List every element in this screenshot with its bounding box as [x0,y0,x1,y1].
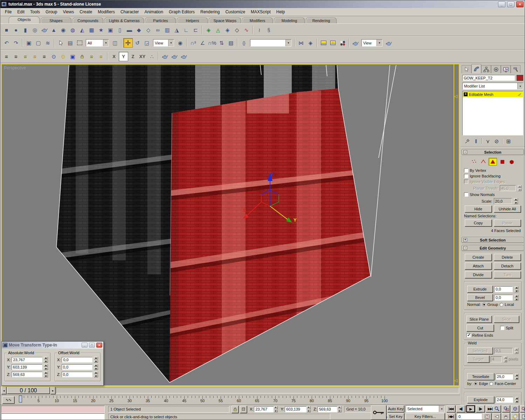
key-filters-button[interactable]: Key Filters... [406,413,445,420]
show-end-result-button[interactable]: ‖ [472,137,480,145]
pan-button[interactable] [502,413,510,420]
maxscript-mini-listener-pink[interactable] [1,406,105,413]
offset-z-field[interactable]: 0,0 [62,372,92,377]
remove-modifier-button[interactable]: ⊘ [492,137,501,145]
coord-y-field[interactable]: 603,139 [285,406,306,412]
scale-field[interactable]: 20,0 [494,198,512,204]
chamfer-cylinder-button[interactable]: ▥ [163,25,172,35]
scale-spinner[interactable] [514,198,518,204]
render-scene-button[interactable] [351,38,360,48]
select-and-move-button[interactable] [123,38,133,48]
menu-graph-editors[interactable]: Graph Editors [166,8,198,15]
prism-button[interactable]: ◮ [172,25,181,35]
zoom-extents-button[interactable] [511,405,519,412]
selection-rollout-header[interactable]: - Selection [462,149,524,155]
keyboard-shortcut-override-button[interactable]: ▧ [226,38,236,48]
track-bar-ruler[interactable]: 0510152025303540455055606570758085909510… [18,395,456,405]
detach-button[interactable]: Detach [494,262,521,270]
hose-button[interactable]: ≀ [255,25,264,35]
create-tab[interactable] [462,65,471,73]
open-mini-curve-editor-button[interactable]: ∿∿ [2,396,14,404]
chamfer-box-button[interactable]: ▣ [106,25,115,35]
utilities-tab[interactable] [511,65,520,73]
snap-cycle-button[interactable]: ∴ [147,52,157,61]
quad-patch-button[interactable]: ◈ [204,25,213,35]
menu-views[interactable]: Views [60,8,77,15]
window-crossing-button[interactable]: ◫ [110,38,120,48]
layer-up-button[interactable]: ≡ [87,52,96,61]
modify-tab[interactable] [471,64,481,73]
mirror-button[interactable]: ⋈ [296,38,306,48]
vertex-mode-button[interactable] [470,158,478,166]
cone-button[interactable]: ▲ [49,25,58,35]
hide-button[interactable]: Hide [465,205,492,212]
menu-edit[interactable]: Edit [14,8,27,15]
schematic-view-button[interactable] [328,38,338,48]
tab-particles[interactable]: Particles [145,18,176,23]
field-of-view-button[interactable] [493,413,501,420]
tessellate-edge-radio[interactable] [474,382,478,386]
ignore-backfacing-checkbox[interactable] [464,174,468,178]
explode-field[interactable]: 24,0 [496,397,513,403]
menu-customize[interactable]: Customize [222,8,248,15]
pin-stack-button[interactable] [463,137,471,145]
bevel-spinner[interactable] [514,295,518,301]
configure-modifier-sets-button[interactable]: ⊞ [504,137,513,145]
modifier-stack[interactable]: + Editable Mesh [462,91,523,135]
key-filter-mode-dropdown[interactable]: Selected ▼ [406,405,445,412]
unfreeze-layer-toggle-button[interactable] [77,52,87,61]
arc-rotate-button[interactable] [511,413,519,420]
menu-maxscript[interactable]: MAXScript [248,8,274,15]
explode-button[interactable]: Explode [467,396,494,403]
tessellate-button[interactable]: Tessellate [467,373,494,380]
element-mode-button[interactable] [507,158,516,166]
pyramid-button[interactable]: ◭ [77,25,87,35]
dropdown-arrow-icon[interactable]: ▼ [285,40,291,46]
layer-list-button[interactable]: ≡ [2,52,11,61]
snap-toggle-button[interactable]: ∩³ [188,38,198,48]
select-object-button[interactable] [56,38,65,48]
expand-icon[interactable]: + [464,92,468,96]
reference-coordinate-system-dropdown[interactable]: View▼ [153,39,174,47]
torus-button[interactable]: ◎ [30,25,40,35]
unhide-layer-toggle-button[interactable]: ⊙ [58,52,68,61]
nurbs-cv-surface-button[interactable]: ◈ [223,25,232,35]
viewport-splitter-strip[interactable]: ◁ ◁ [454,64,459,385]
hide-layer-toggle-button[interactable]: ⊙ [49,52,58,61]
render-type-dropdown[interactable]: View▼ [361,39,382,47]
undo-button[interactable]: ↶ [2,38,11,48]
time-configuration-button[interactable] [483,413,491,420]
unlink-selection-button[interactable]: ▢ [34,38,43,48]
selection-lock-button[interactable] [232,406,239,413]
coord-y-spinner[interactable] [307,406,311,412]
tab-rendering[interactable]: Rendering [306,18,337,23]
menu-character[interactable]: Character [118,8,142,15]
normal-local-radio[interactable] [499,303,503,307]
tri-patch-button[interactable]: ◬ [213,25,223,35]
z-constraint-button[interactable]: Z [128,52,138,61]
tab-modeling[interactable]: Modeling [274,18,305,23]
attach-button[interactable]: Attach [465,262,492,270]
dialog-title-bar[interactable]: Move Transform Type-In _ □ × [2,342,103,349]
select-and-scale-button[interactable]: ◲ [142,38,152,48]
face-mode-button[interactable] [489,158,497,166]
use-pivot-point-center-button[interactable]: ◉ [175,38,185,48]
redo-button[interactable]: ↷ [11,38,21,48]
hedra-button[interactable]: ★ [96,25,106,35]
c-ext-button[interactable]: ⊏ [191,25,200,35]
gengon-button[interactable]: ◇ [144,25,153,35]
cut-button[interactable]: Cut [467,324,494,331]
named-selection-sets-button[interactable]: {} [239,38,249,48]
perspective-viewport[interactable]: X Y Z Perspective ◁ ◁ [1,64,460,386]
normal-group-radio[interactable] [482,303,486,307]
zoom-extents-all-button[interactable] [520,405,525,412]
bind-to-space-warp-button[interactable]: ≋ [43,38,53,48]
collapse-icon[interactable]: - [463,246,467,250]
time-slider-track[interactable] [56,387,459,393]
offset-x-field[interactable]: 0,0 [62,357,92,363]
quick-render-button[interactable] [384,38,393,48]
teapot-button[interactable] [40,25,49,35]
motion-tab[interactable] [491,65,501,73]
percent-snap-toggle-button[interactable]: ∩% [207,38,217,48]
absolute-offset-toggle-button[interactable]: ⊡ [240,406,247,413]
